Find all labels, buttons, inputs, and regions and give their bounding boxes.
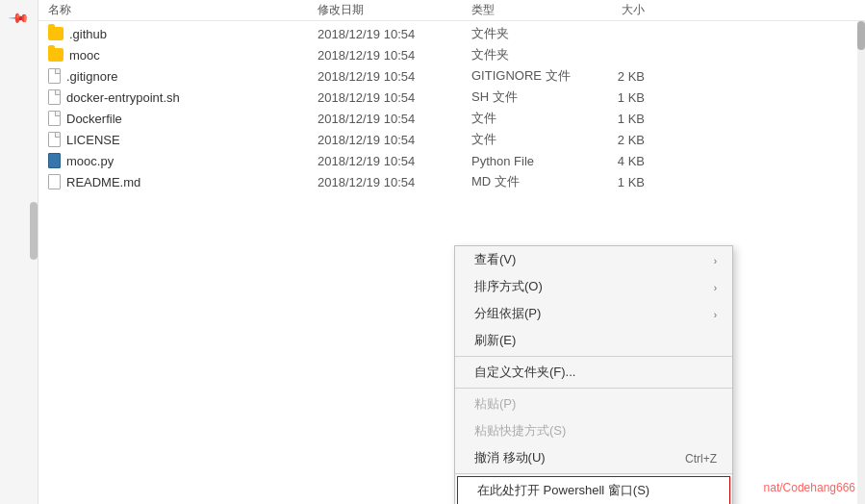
menu-separator [455, 356, 732, 357]
file-explorer: 📌 名称 修改日期 类型 大小 .github 2018/12/19 10:54… [0, 0, 865, 504]
file-name: .gitignore [66, 69, 117, 84]
list-item[interactable]: mooc 2018/12/19 10:54 文件夹 [38, 44, 865, 65]
file-size: 2 KB [597, 69, 654, 84]
file-type: Python File [471, 154, 597, 168]
context-menu-item-open-powershell[interactable]: 在此处打开 Powershell 窗口(S) [457, 476, 730, 504]
file-size: 4 KB [597, 154, 654, 168]
submenu-arrow-icon: › [714, 256, 717, 266]
menu-item-label: 刷新(E) [474, 332, 516, 349]
file-icon [48, 111, 61, 126]
file-type: 文件夹 [471, 46, 597, 63]
context-menu-item-paste: 粘贴(P) [455, 391, 732, 417]
context-menu: 查看(V) › 排序方式(O) › 分组依据(P) › 刷新(E) 自定义文件夹… [454, 245, 733, 504]
context-menu-item-refresh[interactable]: 刷新(E) [455, 327, 732, 354]
file-type: GITIGNORE 文件 [471, 67, 597, 85]
menu-item-label: 排序方式(O) [474, 278, 543, 295]
file-name: README.md [66, 175, 140, 189]
file-type: 文件 [471, 131, 597, 148]
file-date: 2018/12/19 10:54 [318, 133, 471, 147]
file-name: LICENSE [66, 133, 120, 147]
file-type: 文件夹 [471, 25, 597, 42]
watermark: nat/Codehang666 [764, 481, 855, 494]
menu-item-label: 粘贴快捷方式(S) [474, 422, 566, 440]
scrollbar-thumb[interactable] [857, 21, 865, 50]
col-header-date[interactable]: 修改日期 [318, 2, 471, 18]
folder-icon [48, 27, 64, 40]
file-date: 2018/12/19 10:54 [318, 27, 471, 41]
context-menu-item-sort[interactable]: 排序方式(O) › [455, 273, 732, 300]
menu-item-label: 查看(V) [474, 251, 516, 268]
file-size: 1 KB [597, 175, 654, 189]
submenu-arrow-icon: › [714, 283, 717, 293]
menu-item-label: 撤消 移动(U) [474, 449, 546, 466]
context-menu-item-customize[interactable]: 自定义文件夹(F)... [455, 359, 732, 386]
file-type: SH 文件 [471, 88, 597, 106]
file-icon [48, 89, 61, 105]
file-list: .github 2018/12/19 10:54 文件夹 mooc 2018/1… [38, 21, 865, 194]
file-name: .github [69, 27, 107, 41]
menu-item-label: 在此处打开 Powershell 窗口(S) [477, 482, 649, 499]
col-header-type[interactable]: 类型 [471, 2, 597, 18]
sidebar: 📌 [0, 0, 38, 504]
file-date: 2018/12/19 10:54 [318, 69, 471, 84]
folder-icon [48, 48, 64, 62]
main-content: 名称 修改日期 类型 大小 .github 2018/12/19 10:54 文… [38, 0, 865, 504]
menu-item-label: 分组依据(P) [474, 305, 541, 322]
context-menu-item-view[interactable]: 查看(V) › [455, 246, 732, 273]
context-menu-item-paste-shortcut: 粘贴快捷方式(S) [455, 417, 732, 444]
file-size: 1 KB [597, 90, 654, 105]
file-name: docker-entrypoint.sh [66, 90, 180, 105]
list-item[interactable]: .gitignore 2018/12/19 10:54 GITIGNORE 文件… [38, 65, 865, 87]
file-icon [48, 132, 61, 147]
file-date: 2018/12/19 10:54 [318, 154, 471, 168]
pin-icon[interactable]: 📌 [8, 6, 30, 28]
submenu-arrow-icon: › [714, 310, 717, 320]
file-name: Dockerfile [66, 112, 122, 126]
file-name: mooc.py [66, 154, 114, 168]
menu-item-label: 粘贴(P) [474, 395, 516, 413]
menu-item-label: 自定义文件夹(F)... [474, 364, 575, 381]
menu-separator [455, 388, 732, 389]
sidebar-scrollbar [30, 202, 38, 260]
list-item[interactable]: mooc.py 2018/12/19 10:54 Python File 4 K… [38, 150, 865, 171]
file-size: 1 KB [597, 112, 654, 126]
list-item[interactable]: .github 2018/12/19 10:54 文件夹 [38, 23, 865, 44]
file-date: 2018/12/19 10:54 [318, 175, 471, 189]
file-date: 2018/12/19 10:54 [318, 112, 471, 126]
list-item[interactable]: Dockerfile 2018/12/19 10:54 文件 1 KB [38, 108, 865, 129]
md-file-icon [48, 174, 61, 189]
scrollbar-track[interactable] [857, 21, 865, 504]
file-date: 2018/12/19 10:54 [318, 90, 471, 105]
file-date: 2018/12/19 10:54 [318, 48, 471, 63]
file-name: mooc [69, 48, 100, 63]
file-type: 文件 [471, 110, 597, 127]
list-item[interactable]: README.md 2018/12/19 10:54 MD 文件 1 KB [38, 171, 865, 192]
python-file-icon [48, 153, 61, 168]
context-menu-item-undo[interactable]: 撤消 移动(U) Ctrl+Z [455, 444, 732, 471]
column-headers: 名称 修改日期 类型 大小 [38, 0, 865, 21]
shortcut-label: Ctrl+Z [685, 452, 717, 466]
file-icon [48, 68, 61, 84]
menu-separator [455, 473, 732, 474]
list-item[interactable]: docker-entrypoint.sh 2018/12/19 10:54 SH… [38, 87, 865, 108]
file-type: MD 文件 [471, 173, 597, 190]
col-header-name[interactable]: 名称 [48, 2, 318, 18]
file-size: 2 KB [597, 133, 654, 147]
col-header-size[interactable]: 大小 [597, 2, 654, 18]
list-item[interactable]: LICENSE 2018/12/19 10:54 文件 2 KB [38, 129, 865, 150]
context-menu-item-group[interactable]: 分组依据(P) › [455, 300, 732, 327]
